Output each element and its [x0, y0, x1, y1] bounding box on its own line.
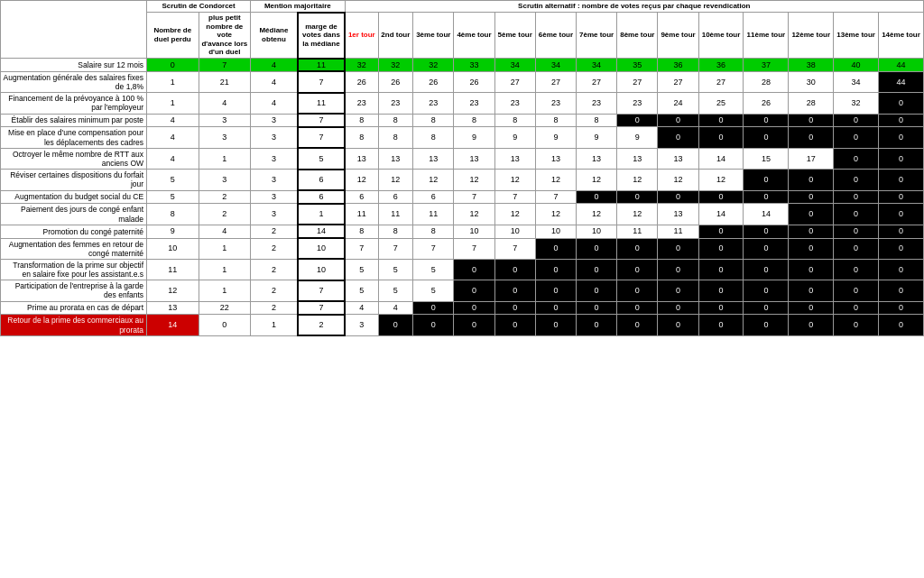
tour-cell: 8 — [413, 114, 454, 127]
tour-cell: 0 — [454, 301, 494, 315]
tour-cell: 13 — [577, 148, 617, 169]
duel-perdu-cell: 8 — [147, 204, 199, 225]
row-label: Établir des salaires minimum par poste — [1, 114, 147, 127]
tour-cell: 0 — [744, 315, 789, 335]
tour-cell: 0 — [617, 238, 658, 259]
tour-cell: 12 — [698, 170, 744, 190]
tour-cell: 0 — [617, 190, 658, 204]
tour-cell: 0 — [658, 301, 698, 315]
tour10-header: 10ème tour — [698, 13, 744, 59]
tour-cell: 11 — [378, 204, 413, 225]
tour-cell: 0 — [617, 315, 658, 335]
mediane-cell: 2 — [251, 280, 298, 301]
tour-cell: 0 — [658, 315, 698, 335]
tour-cell: 0 — [577, 280, 617, 301]
duel-perdu-cell: 12 — [147, 280, 199, 301]
tour-cell: 23 — [617, 93, 658, 114]
tour11-header: 11ème tour — [744, 13, 789, 59]
tour-cell: 27 — [577, 71, 617, 92]
tour-cell: 0 — [494, 259, 535, 280]
tour-cell: 33 — [454, 59, 494, 72]
tour-cell: 0 — [658, 114, 698, 127]
tour-cell: 25 — [698, 93, 744, 114]
tour-cell: 34 — [494, 59, 535, 72]
tour-cell: 0 — [834, 127, 879, 148]
tour-cell: 36 — [698, 59, 744, 72]
tour-cell: 0 — [879, 280, 924, 301]
tour-cell: 0 — [535, 315, 576, 335]
tour-cell: 10 — [535, 225, 576, 238]
mediane-cell: 3 — [251, 127, 298, 148]
tour-cell: 0 — [658, 259, 698, 280]
tour-cell: 11 — [617, 225, 658, 238]
ppna-cell: 7 — [199, 59, 251, 72]
tour-cell: 0 — [879, 148, 924, 169]
marge-cell: 7 — [298, 114, 345, 127]
tour-cell: 0 — [834, 225, 879, 238]
tour-cell: 6 — [345, 190, 378, 204]
ppna-cell: 2 — [199, 190, 251, 204]
tour-cell: 0 — [879, 301, 924, 315]
tour-cell: 5 — [413, 280, 454, 301]
tour-cell: 12 — [378, 170, 413, 190]
marge-cell: 7 — [298, 71, 345, 92]
tour-cell: 35 — [617, 59, 658, 72]
tour-cell: 12 — [577, 204, 617, 225]
tour-cell: 5 — [413, 259, 454, 280]
tour-cell: 0 — [834, 170, 879, 190]
tour-cell: 8 — [413, 225, 454, 238]
tour-cell: 0 — [698, 315, 744, 335]
row-label: Participation de l'entreprise à la garde… — [1, 280, 147, 301]
tour-cell: 34 — [834, 71, 879, 92]
tour-cell: 27 — [535, 71, 576, 92]
ppna-header: plus petit nombre de vote d'avance lors … — [199, 13, 251, 59]
row-label: Réviser certaines dispositions du forfai… — [1, 170, 147, 190]
tour-cell: 9 — [494, 127, 535, 148]
ppna-cell: 1 — [199, 148, 251, 169]
tour-cell: 28 — [789, 93, 834, 114]
mediane-cell: 4 — [251, 93, 298, 114]
tour-cell: 0 — [698, 238, 744, 259]
tour-cell: 0 — [617, 301, 658, 315]
tour-cell: 34 — [577, 59, 617, 72]
ppna-cell: 3 — [199, 127, 251, 148]
tour-cell: 23 — [345, 93, 378, 114]
tour-cell: 13 — [345, 148, 378, 169]
tour-cell: 13 — [413, 148, 454, 169]
tour-cell: 23 — [494, 93, 535, 114]
tour3-header: 3ème tour — [413, 13, 454, 59]
tour-cell: 0 — [789, 170, 834, 190]
marge-cell: 7 — [298, 301, 345, 315]
tour-cell: 0 — [577, 190, 617, 204]
mediane-cell: 2 — [251, 238, 298, 259]
tour-cell: 5 — [378, 259, 413, 280]
ppna-cell: 0 — [199, 315, 251, 335]
main-table: Scrutin de Condorcet Mention majoritaire… — [0, 0, 924, 336]
tour-cell: 26 — [454, 71, 494, 92]
tour-cell: 0 — [834, 259, 879, 280]
tour-cell: 14 — [744, 204, 789, 225]
tour-cell: 8 — [378, 127, 413, 148]
tour-cell: 0 — [789, 301, 834, 315]
marge-cell: 1 — [298, 204, 345, 225]
tour6-header: 6ème tour — [535, 13, 576, 59]
tour-cell: 0 — [413, 301, 454, 315]
ppna-cell: 4 — [199, 93, 251, 114]
tour-cell: 14 — [698, 148, 744, 169]
tour-cell: 0 — [658, 127, 698, 148]
tour-cell: 4 — [345, 301, 378, 315]
tour4-header: 4ème tour — [454, 13, 494, 59]
tour-cell: 9 — [535, 127, 576, 148]
tour-cell: 12 — [658, 170, 698, 190]
tour-cell: 26 — [744, 93, 789, 114]
tour-cell: 8 — [378, 114, 413, 127]
duel-perdu-cell: 9 — [147, 225, 199, 238]
marge-header: marge de votes dans la médiane — [298, 13, 345, 59]
duel-perdu-cell: 0 — [147, 59, 199, 72]
ppna-cell: 3 — [199, 170, 251, 190]
duel-perdu-cell: 14 — [147, 315, 199, 335]
tour-cell: 0 — [744, 190, 789, 204]
tour-cell: 0 — [789, 204, 834, 225]
tour-cell: 0 — [789, 190, 834, 204]
tour-cell: 4 — [378, 301, 413, 315]
